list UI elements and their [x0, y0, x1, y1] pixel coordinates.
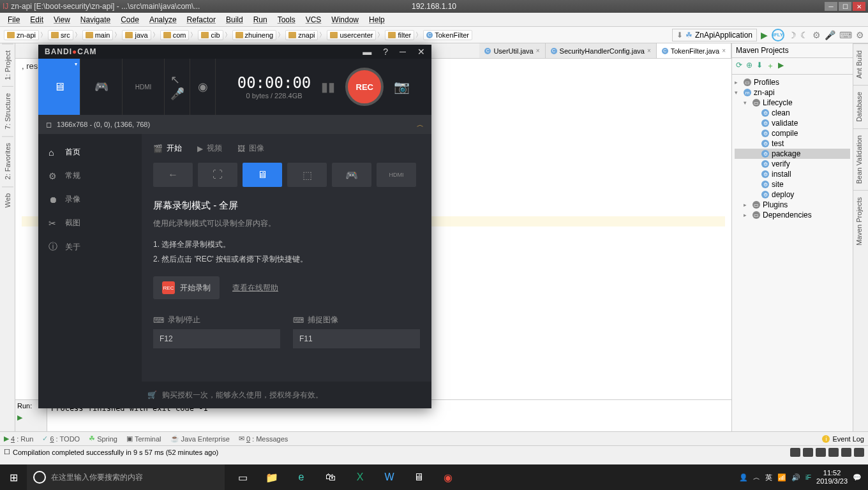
taskview-icon[interactable]: ▭: [228, 464, 257, 490]
crumb-cib[interactable]: cib: [198, 30, 223, 40]
mode-game2[interactable]: 🎮: [332, 163, 371, 187]
edge-icon[interactable]: e: [287, 464, 315, 490]
bt-messages[interactable]: ✉0: Messages: [239, 434, 288, 443]
menu-view[interactable]: View: [50, 14, 74, 26]
settings-icon[interactable]: ⚙: [812, 30, 821, 40]
tab-maven[interactable]: Maven Projects: [853, 190, 868, 252]
bt-run[interactable]: ▶4: Run: [4, 434, 33, 443]
tree-deps[interactable]: ▸▭Dependencies: [735, 210, 850, 220]
excel-icon[interactable]: X: [346, 464, 374, 490]
tab-web[interactable]: Web: [2, 186, 13, 214]
goal-package[interactable]: ⚙package: [735, 149, 850, 159]
sb-icon[interactable]: [828, 448, 839, 457]
app-icon[interactable]: 🖥: [405, 464, 433, 490]
mode-area[interactable]: ⬚: [287, 163, 327, 187]
crumb-src[interactable]: src: [48, 30, 73, 40]
minimize-button[interactable]: ─: [825, 2, 837, 11]
sb-icon[interactable]: [803, 448, 813, 457]
side-video[interactable]: ⏺录像: [38, 188, 142, 211]
mode-back[interactable]: ←: [153, 163, 193, 187]
close-icon[interactable]: ×: [722, 47, 726, 54]
help-icon[interactable]: ?: [383, 47, 388, 57]
pause-icon[interactable]: ▮▮: [321, 79, 335, 94]
tree-profiles[interactable]: ▸▭Profiles: [735, 77, 850, 87]
rec-button[interactable]: REC: [345, 68, 384, 106]
crumb-znapi[interactable]: znapi: [285, 30, 318, 40]
tab-userutil[interactable]: CUserUtil.java×: [479, 43, 545, 58]
tray-up-icon[interactable]: ︿: [753, 473, 760, 482]
menu-file[interactable]: File: [4, 14, 24, 26]
goal-site[interactable]: ⚙site: [735, 179, 850, 189]
crumb-zhuineng[interactable]: zhuineng: [232, 30, 277, 40]
mode-game[interactable]: 🎮: [80, 59, 123, 115]
word-icon[interactable]: W: [375, 464, 403, 490]
download-icon[interactable]: ⬇: [756, 61, 763, 71]
moon2-icon[interactable]: ☾: [800, 30, 809, 40]
menu-analyze[interactable]: Analyze: [146, 14, 181, 26]
people-icon[interactable]: 👤: [739, 473, 748, 482]
clock[interactable]: 11:52 2019/3/23: [816, 469, 848, 486]
goal-verify[interactable]: ⚙verify: [735, 159, 850, 169]
tab-image[interactable]: 🖼图像: [237, 143, 264, 154]
keyboard-icon[interactable]: ⌨: [839, 30, 852, 40]
generate-icon[interactable]: ⊕: [746, 61, 752, 71]
tab-securityhandler[interactable]: CSecurityHandlerConfig.java×: [546, 43, 657, 58]
wifi-icon[interactable]: 📶: [777, 473, 786, 482]
minimize-icon[interactable]: ─: [400, 47, 406, 57]
close-icon[interactable]: ×: [536, 47, 540, 54]
mic-icon[interactable]: 🎤: [825, 30, 835, 40]
moon-icon[interactable]: ☽: [788, 30, 797, 40]
crumb-com[interactable]: com: [160, 30, 190, 40]
mode-rect[interactable]: ⛶: [198, 163, 237, 187]
side-general[interactable]: ⚙常规: [38, 164, 142, 188]
tab-database[interactable]: Database: [853, 85, 868, 128]
goal-test[interactable]: ⚙test: [735, 138, 850, 149]
tab-structure[interactable]: 7: Structure: [2, 86, 13, 136]
ifly-icon[interactable]: iFLY: [772, 29, 784, 41]
bt-todo[interactable]: ✓6: TODO: [42, 434, 80, 443]
goal-deploy[interactable]: ⚙deploy: [735, 189, 850, 200]
side-home[interactable]: ⌂首页: [38, 140, 142, 164]
gear-icon[interactable]: ⚙: [856, 30, 864, 40]
sb-icon[interactable]: [790, 448, 800, 457]
bandicam-titlebar[interactable]: BANDI●CAM ▬ ? ─ ✕: [38, 45, 431, 59]
menu-vcs[interactable]: VCS: [302, 14, 326, 26]
explorer-icon[interactable]: 📁: [258, 464, 286, 490]
mode-device[interactable]: HDMI: [123, 59, 165, 115]
goal-validate[interactable]: ⚙validate: [735, 118, 850, 128]
help-link[interactable]: 查看在线帮助: [232, 283, 278, 293]
bt-spring[interactable]: ☘Spring: [89, 434, 117, 443]
tab-ant[interactable]: Ant Build: [853, 43, 868, 85]
store-icon[interactable]: 🛍: [317, 464, 345, 490]
hk1-value[interactable]: F12: [153, 329, 280, 348]
tab-favorites[interactable]: 2: Favorites: [2, 136, 13, 186]
menu-edit[interactable]: Edit: [26, 14, 47, 26]
chevron-up-icon[interactable]: ︿: [417, 120, 424, 130]
notifications-icon[interactable]: 💬: [853, 473, 862, 482]
close-icon[interactable]: ×: [647, 47, 651, 54]
bt-javaee[interactable]: ☕Java Enterprise: [170, 434, 230, 443]
side-image[interactable]: ✂截图: [38, 211, 142, 235]
crumb-project[interactable]: zn-api: [4, 30, 39, 40]
ime-icon[interactable]: 英: [765, 473, 772, 482]
menu-navigate[interactable]: Navigate: [77, 14, 114, 26]
crumb-main[interactable]: main: [82, 30, 114, 40]
mode-fullscreen[interactable]: 🖥: [243, 163, 282, 187]
rerun-button[interactable]: ▶: [15, 412, 47, 424]
menu-code[interactable]: Code: [117, 14, 143, 26]
tab-start[interactable]: 🎬开始: [153, 143, 182, 154]
ifly-tray-icon[interactable]: iF: [805, 473, 811, 481]
sb-icon[interactable]: [854, 448, 864, 457]
tab-beanval[interactable]: Bean Validation: [853, 128, 868, 190]
tree-plugins[interactable]: ▸▭Plugins: [735, 200, 850, 210]
event-log[interactable]: iEvent Log: [822, 435, 864, 443]
start-button[interactable]: ⊞: [0, 464, 27, 490]
mode-webcam[interactable]: ◉: [190, 59, 216, 115]
crumb-filter[interactable]: filter: [385, 30, 414, 40]
bt-terminal[interactable]: ▣Terminal: [126, 434, 161, 443]
tab-tokenfilter[interactable]: CTokenFilter.java×: [657, 43, 731, 58]
mode-screen[interactable]: 🖥▾: [38, 59, 80, 115]
volume-icon[interactable]: 🔊: [791, 473, 800, 482]
menu-help[interactable]: Help: [365, 14, 389, 26]
tree-lifecycle[interactable]: ▾▭Lifecycle: [735, 98, 850, 108]
